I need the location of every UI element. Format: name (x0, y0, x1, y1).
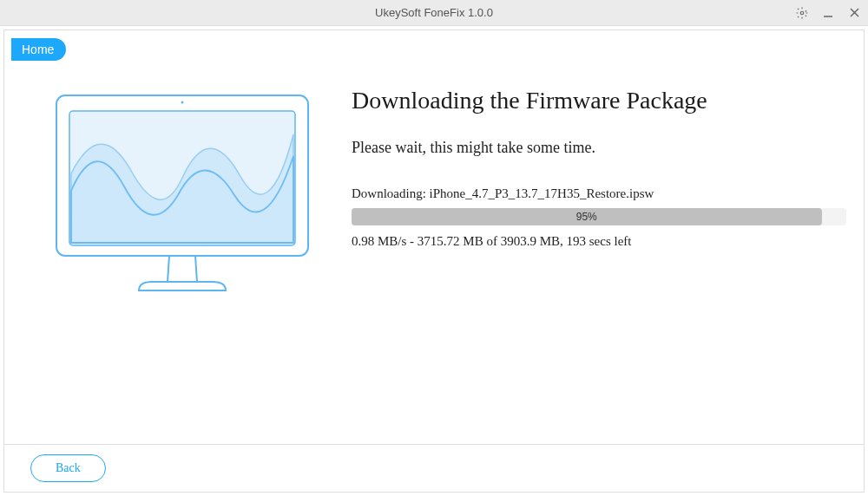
titlebar-controls (795, 6, 861, 20)
download-stats: 0.98 MB/s - 3715.72 MB of 3903.9 MB, 193… (352, 234, 846, 249)
download-filename: Downloading: iPhone_4.7_P3_13.7_17H35_Re… (352, 186, 846, 201)
svg-point-0 (800, 11, 804, 15)
footer: Back (4, 444, 864, 492)
progress-fill: 95% (352, 208, 822, 225)
svg-point-5 (181, 101, 184, 104)
progress-percent-text: 95% (576, 211, 597, 223)
page-title: Downloading the Firmware Package (352, 87, 846, 114)
monitor-illustration (48, 87, 317, 311)
download-panel: Downloading the Firmware Package Please … (317, 87, 846, 311)
back-button[interactable]: Back (30, 454, 106, 482)
window-title: UkeySoft FoneFix 1.0.0 (375, 6, 493, 19)
page-subtitle: Please wait, this might take some time. (352, 139, 846, 157)
main-area: Downloading the Firmware Package Please … (4, 30, 864, 311)
close-icon[interactable] (847, 6, 861, 20)
titlebar: UkeySoft FoneFix 1.0.0 (0, 0, 868, 26)
progress-bar: 95% (352, 208, 846, 225)
home-tab[interactable]: Home (11, 38, 66, 61)
settings-icon[interactable] (795, 6, 809, 20)
content-wrapper: Home Downloading the Firmware Pack (3, 29, 865, 493)
minimize-icon[interactable] (821, 6, 835, 20)
